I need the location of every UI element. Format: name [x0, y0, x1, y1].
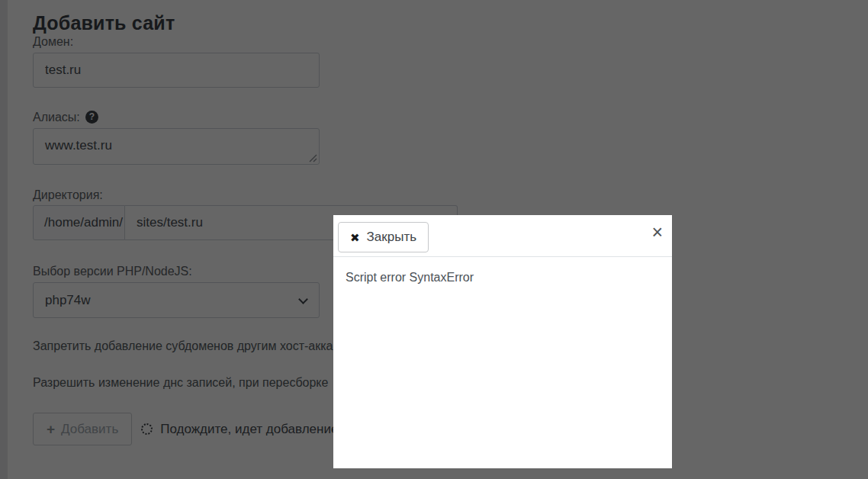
- error-message: Script error SyntaxError: [346, 271, 660, 285]
- error-modal: ✖ Закрыть × Script error SyntaxError: [333, 215, 672, 468]
- modal-close-button[interactable]: ✖ Закрыть: [338, 222, 429, 252]
- modal-x-icon[interactable]: ×: [651, 223, 663, 242]
- close-x-icon: ✖: [350, 232, 360, 243]
- modal-body: Script error SyntaxError: [333, 257, 672, 298]
- modal-header: ✖ Закрыть ×: [333, 215, 672, 257]
- modal-close-button-label: Закрыть: [367, 230, 416, 245]
